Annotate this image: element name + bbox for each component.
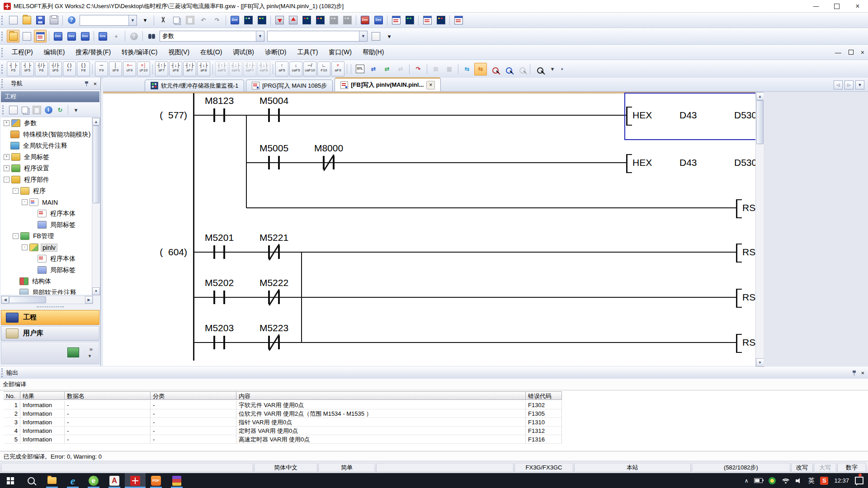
column-header-5[interactable]: 错误代码 <box>526 391 562 400</box>
expand-icon[interactable]: + <box>4 165 9 171</box>
combobox-dropdown-icon[interactable]: ▼ <box>359 31 367 41</box>
project-tree-button[interactable] <box>7 30 19 42</box>
collapse-icon[interactable]: - <box>13 188 19 194</box>
clock[interactable]: 12:37 <box>834 477 849 484</box>
tab-0[interactable]: 软元件/缓冲存储器批量监视-1 <box>145 80 244 91</box>
output-pin-icon[interactable] <box>852 370 856 376</box>
output-row-4[interactable]: 4Information--定时器 VAR用 使用0点F1312 <box>4 427 562 435</box>
tab-scroll-right-icon[interactable]: ▷ <box>844 80 854 89</box>
output-row-3[interactable]: 3Information--指针 VAR用 使用0点F1310 <box>4 418 562 427</box>
file-explorer-icon[interactable] <box>42 473 62 488</box>
tree-item-pinlv[interactable]: -pinlv <box>1 242 92 253</box>
tree-item-全局标签[interactable]: +全局标签 <box>1 151 92 163</box>
comment-toggle-button[interactable]: ⇆ <box>461 63 473 75</box>
menu-item-3[interactable]: 转换/编译(C) <box>116 46 163 59</box>
zoom-drop-button[interactable]: ▾ <box>546 63 559 75</box>
tree-item-程序本体[interactable]: 程序本体 <box>1 253 92 264</box>
minimize-button[interactable]: — <box>806 0 826 12</box>
toolbar2-options-button[interactable]: ▾ <box>383 30 396 42</box>
ladder-key-aF9[interactable]: ×aF9 <box>331 61 344 76</box>
redo-button[interactable]: ↷ <box>211 14 223 27</box>
comment-display-button[interactable] <box>20 30 33 42</box>
gx-works2-taskbar-icon[interactable] <box>125 473 146 488</box>
column-header-3[interactable]: 分类 <box>151 391 236 400</box>
ladder-monitor-button[interactable] <box>403 14 416 27</box>
ladder-key-F6[interactable]: ┤/├F6 <box>35 61 48 76</box>
convert-button[interactable]: ⇄ <box>367 63 380 75</box>
paste-button[interactable] <box>184 14 196 27</box>
find-device-button[interactable] <box>145 30 158 42</box>
insert-row-button[interactable]: ⊞ <box>429 63 442 75</box>
ladder-key-sF8[interactable]: ┤↓├sF8 <box>169 61 182 76</box>
nav-splitter[interactable] <box>0 304 100 310</box>
expand-icon[interactable]: + <box>4 120 9 126</box>
device-test-blue-button[interactable]: Dev <box>372 14 385 27</box>
tray-360-icon[interactable] <box>769 477 776 484</box>
ladder-key-F9[interactable]: ─F9 <box>95 61 108 76</box>
nav-copy-button[interactable] <box>19 104 30 115</box>
tab-scroll-left-icon[interactable]: ◁ <box>834 80 843 89</box>
tree-item-参数[interactable]: +参数 <box>1 117 92 129</box>
monitor-stop-button[interactable] <box>341 14 354 27</box>
device-test-red-button[interactable]: Dev <box>359 14 371 27</box>
mdi-restore-button[interactable] <box>849 50 854 55</box>
menu-item-6[interactable]: 调试(B) <box>227 46 259 59</box>
tree-item-程序设置[interactable]: +程序设置 <box>1 163 92 174</box>
write-to-plc-button[interactable] <box>273 14 286 27</box>
watch-window-button[interactable] <box>434 14 447 27</box>
collapse-icon[interactable]: - <box>4 177 9 183</box>
buffer-monitor-button[interactable] <box>255 14 268 27</box>
collapse-icon[interactable]: - <box>22 244 28 250</box>
winrar-icon[interactable] <box>166 473 187 488</box>
ladder-editor[interactable]: ( 577)( 604)M8123M5004M5005M8000M5201M52… <box>103 92 859 366</box>
menu-item-8[interactable]: 工具(T) <box>292 46 323 59</box>
device-monitor-button[interactable] <box>242 14 255 27</box>
copy-button[interactable] <box>170 14 183 27</box>
read-from-plc-button[interactable] <box>287 14 299 27</box>
ladder-key-caF5[interactable]: ↓caF5 <box>289 61 302 76</box>
device-memory-button[interactable]: Dev <box>79 30 91 42</box>
column-header-0[interactable]: No. <box>4 391 20 400</box>
tree-item-结构体[interactable]: 结构体 <box>1 276 92 287</box>
tab-list-icon[interactable]: ▼ <box>855 80 864 89</box>
combobox-dropdown-icon[interactable]: ▼ <box>128 15 137 25</box>
output-row-1[interactable]: 1Information--字软元件 VAR用 使用0点F1302 <box>4 401 562 409</box>
menu-item-2[interactable]: 搜索/替换(F) <box>70 46 116 59</box>
output-close-icon[interactable]: × <box>861 370 864 376</box>
pin-icon[interactable] <box>85 81 89 87</box>
column-header-2[interactable]: 数据名 <box>65 391 151 400</box>
tree-item-局部软元件注释[interactable]: 局部软元件注释 <box>1 287 92 295</box>
output-row-5[interactable]: 5Information--高速定时器 VAR用 使用0点F1316 <box>4 435 562 444</box>
tree-item-特殊模块(智能功能模块)[interactable]: 特殊模块(智能功能模块) <box>1 129 92 140</box>
open-project-button[interactable] <box>20 14 33 27</box>
ladder-key-sF7[interactable]: ┤↑├sF7 <box>155 61 168 76</box>
undo-button[interactable]: ↶ <box>197 14 210 27</box>
ladder-key-F7[interactable]: ( )F7 <box>63 61 76 76</box>
monitor-write-button[interactable] <box>314 14 326 27</box>
wrap-line-button[interactable]: ↷ <box>412 63 425 75</box>
ime-indicator[interactable]: 英 <box>808 477 814 485</box>
device-label-button[interactable]: Dev <box>65 30 78 42</box>
nav-button-project[interactable]: 工程 <box>1 310 99 325</box>
collapse-icon[interactable]: - <box>13 233 19 239</box>
find-results-button[interactable] <box>369 30 382 42</box>
cut-button[interactable] <box>156 14 169 27</box>
nav-paste-button[interactable] <box>31 104 42 115</box>
nav-button-user-library[interactable]: 用户库 <box>1 326 99 341</box>
ladder-key-sF5[interactable]: ┤ ├sF5 <box>21 61 34 76</box>
menu-item-0[interactable]: 工程(P) <box>6 46 38 59</box>
ladder-key-saF5[interactable]: ┤↑├saF5 <box>215 61 228 76</box>
ladder-key-caF10[interactable]: ─/caF10 <box>303 61 316 76</box>
tab-1[interactable]: [PRG]写入 MAIN 1085步 <box>246 80 333 91</box>
ladder-edit-button[interactable] <box>390 14 402 27</box>
monitor-mode-button[interactable] <box>300 14 313 27</box>
window-cascade-button[interactable] <box>452 14 465 27</box>
sogou-icon[interactable]: S <box>820 477 828 485</box>
ladder-key-cF9[interactable]: ×─cF9 <box>123 61 136 76</box>
device-init-button[interactable]: Dev <box>96 30 109 42</box>
stl-button[interactable]: STL <box>354 63 366 75</box>
new-project-button[interactable] <box>7 14 19 27</box>
column-header-1[interactable]: 结果 <box>20 391 65 400</box>
tree-item-全局软元件注释[interactable]: 全局软元件注释 <box>1 140 92 151</box>
ladder-key-aF5[interactable]: ↑aF5 <box>275 61 288 76</box>
